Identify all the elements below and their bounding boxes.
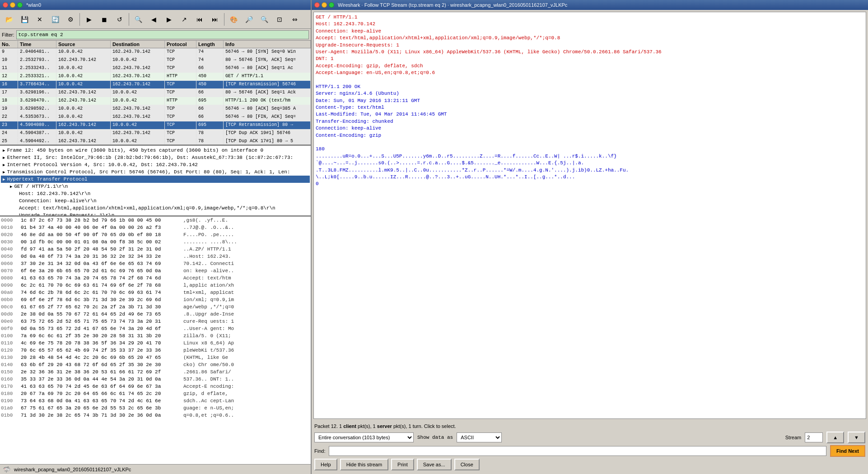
stream-label: Stream bbox=[785, 435, 801, 440]
packet-row[interactable]: 163.7766434..10.0.0.42162.243.70.142TCP4… bbox=[0, 81, 311, 89]
col-src: Source bbox=[56, 41, 111, 48]
hex-row: 00a0 74 6d 6c 2b 78 6d 6c 2c 61 70 70 6c… bbox=[1, 290, 310, 297]
reload-btn[interactable]: 🔄 bbox=[48, 12, 62, 27]
packet-rows-container: 92.0406481..10.0.0.42162.243.70.142TCP74… bbox=[0, 48, 311, 144]
goto-btn[interactable]: ↗ bbox=[177, 12, 191, 27]
close-window-btn[interactable] bbox=[3, 2, 8, 8]
hex-row: 0140 63 6b 6f 29 20 43 68 72 6f 6d 65 2f… bbox=[1, 362, 310, 369]
maximize-window-btn[interactable] bbox=[17, 2, 23, 8]
packet-list[interactable]: No. Time Source Destination Protocol Len… bbox=[0, 41, 311, 144]
packet-row[interactable]: 173.6298196..162.243.70.14210.0.0.42TCP6… bbox=[0, 89, 311, 97]
hex-row: 0110 4c 69 6e 75 78 20 78 38 36 5f 36 34… bbox=[1, 340, 310, 348]
hex-row: 0040 fd 97 41 aa 5a 50 2f 20 48 54 50 2f… bbox=[1, 246, 310, 254]
packet-row[interactable]: 112.2533243..10.0.0.42162.243.70.142TCP6… bbox=[0, 65, 311, 73]
resize-cols-btn[interactable]: ⇔ bbox=[288, 12, 302, 27]
hex-row: 0120 70 6c 65 57 65 62 4b 69 74 2f 35 33… bbox=[1, 348, 310, 355]
find-next-btn[interactable]: Find Next bbox=[830, 445, 865, 457]
stream-num-input[interactable] bbox=[805, 432, 823, 442]
filter-bar: Filter: bbox=[0, 29, 311, 41]
stream-up-btn[interactable]: ▲ bbox=[826, 432, 844, 443]
stream-line: Content-Encoding: gzip bbox=[316, 132, 864, 139]
hex-row: 00f0 0d 0a 55 73 65 72 2d 41 67 65 6e 74… bbox=[1, 326, 310, 333]
detail-row[interactable]: ▶Ethernet II, Src: IntelCor_79:66:1b (28… bbox=[1, 154, 310, 161]
stop-capture-btn[interactable]: ◼ bbox=[97, 12, 112, 27]
stream-line: Server: nginx/1.4.6 (Ubuntu) bbox=[316, 90, 864, 97]
hex-row: 0070 6f 6e 3a 20 6b 65 65 70 2d 61 6c 69… bbox=[1, 268, 310, 275]
detail-row[interactable]: Host: 162.243.70.142\r\n bbox=[1, 190, 310, 197]
normal-size-btn[interactable]: ⊡ bbox=[272, 12, 287, 27]
packet-row[interactable]: 224.5353673..10.0.0.42162.243.70.142TCP6… bbox=[0, 113, 311, 121]
search-btn[interactable]: 🔍 bbox=[131, 12, 145, 27]
hide-stream-btn[interactable]: Hide this stream bbox=[340, 459, 388, 470]
show-data-select[interactable]: ASCII bbox=[457, 432, 502, 442]
right-minimize-btn[interactable] bbox=[322, 2, 327, 8]
sep2 bbox=[129, 13, 129, 26]
packet-row[interactable]: 193.6298592..10.0.0.42162.243.70.142TCP6… bbox=[0, 105, 311, 113]
detail-row[interactable]: ▶Frame 12: 450 bytes on wire (3600 bits)… bbox=[1, 147, 310, 154]
server-label: server bbox=[377, 423, 392, 429]
hex-dump: 0000 1c 87 2c 67 73 38 28 b2 bd 79 66 1b… bbox=[0, 217, 311, 464]
expand-icon: ▶ bbox=[10, 184, 12, 189]
sep1 bbox=[79, 13, 80, 26]
controls-row1: Entire conversation (1013 bytes) Show da… bbox=[314, 432, 865, 443]
packet-row[interactable]: 234.5904080..162.243.70.14210.0.0.42TCP6… bbox=[0, 121, 311, 130]
detail-row[interactable]: ▶Hypertext Transfer Protocol bbox=[1, 176, 310, 183]
right-maximize-btn[interactable] bbox=[329, 2, 334, 8]
packet-row[interactable]: 122.2533321..10.0.0.42162.243.70.142HTTP… bbox=[0, 73, 311, 81]
stream-line: HTTP/1.1 200 OK bbox=[316, 84, 864, 90]
right-close-btn[interactable] bbox=[314, 2, 320, 8]
zoom-in-btn[interactable]: 🔎 bbox=[242, 12, 256, 27]
stream-line: GET / HTTP/1.1 bbox=[316, 14, 864, 21]
left-title: *wlan0 bbox=[26, 2, 41, 8]
hex-row: 0090 6c 2c 61 70 70 6c 69 63 61 74 69 6f… bbox=[1, 283, 310, 290]
last-btn[interactable]: ⏭ bbox=[208, 12, 222, 27]
packet-row[interactable]: 92.0406481..10.0.0.42162.243.70.142TCP74… bbox=[0, 48, 311, 56]
filter-input[interactable] bbox=[16, 30, 309, 39]
detail-row[interactable]: Connection: keep-alive\r\n bbox=[1, 197, 310, 204]
save-as-btn[interactable]: Save as... bbox=[417, 459, 452, 470]
minimize-window-btn[interactable] bbox=[10, 2, 15, 8]
hex-row: 0190 73 64 63 68 0d 0a 41 63 63 65 70 74… bbox=[1, 398, 310, 405]
stream-line: Accept-Encoding: gzip, deflate, sdch bbox=[316, 63, 864, 70]
zoom-out-btn[interactable]: 🔍 bbox=[257, 12, 271, 27]
main-toolbar: 📂 💾 ✕ 🔄 ⚙ ▶ ◼ ↺ 🔍 ◀ ▶ ↗ ⏮ ⏭ 🎨 🔎 🔍 ⊡ ⇔ bbox=[0, 10, 311, 29]
colorize-btn[interactable]: 🎨 bbox=[226, 12, 241, 27]
prev-btn[interactable]: ◀ bbox=[146, 12, 161, 27]
bottom-controls: Packet 12. 1 client pkt(s), 1 server pkt… bbox=[312, 421, 868, 474]
col-info: Info bbox=[224, 41, 311, 48]
detail-row[interactable]: ▶Transmission Control Protocol, Src Port… bbox=[1, 168, 310, 176]
detail-row[interactable]: ▶GET / HTTP/1.1\r\n bbox=[1, 183, 310, 190]
close-btn[interactable]: ✕ bbox=[33, 12, 47, 27]
hex-row: 0050 0d 0a 48 6f 73 74 3a 20 31 36 32 2e… bbox=[1, 254, 310, 261]
col-proto: Protocol bbox=[165, 41, 196, 48]
col-len: Length bbox=[196, 41, 224, 48]
open-file-btn[interactable]: 📂 bbox=[2, 12, 16, 27]
hex-row: 0030 00 1d fb 0c 00 00 01 01 08 0a 00 f8… bbox=[1, 239, 310, 246]
stream-line: User-Agent: Mozilla/5.0 (X11; Linux x86_… bbox=[316, 49, 864, 56]
options-btn[interactable]: ⚙ bbox=[63, 12, 78, 27]
hex-row: 0010 01 b4 37 4a 40 00 40 06 0e 4f 0a 00… bbox=[1, 225, 310, 232]
save-file-btn[interactable]: 💾 bbox=[17, 12, 32, 27]
controls-row2: Find: Find Next bbox=[314, 445, 865, 457]
first-btn[interactable]: ⏮ bbox=[192, 12, 207, 27]
conversation-select[interactable]: Entire conversation (1013 bytes) bbox=[314, 432, 414, 442]
help-btn[interactable]: Help bbox=[314, 459, 337, 470]
print-btn[interactable]: Print bbox=[391, 459, 414, 470]
start-capture-btn[interactable]: ▶ bbox=[82, 12, 96, 27]
restart-btn[interactable]: ↺ bbox=[112, 12, 127, 27]
right-title-bar: Wireshark · Follow TCP Stream (tcp.strea… bbox=[312, 0, 868, 10]
packet-row[interactable]: 183.6298470..162.243.70.14210.0.0.42HTTP… bbox=[0, 97, 311, 105]
packet-info-static2: pkt(s), 1 bbox=[356, 423, 377, 429]
close-dialog-btn[interactable]: Close bbox=[454, 459, 480, 470]
find-input[interactable] bbox=[329, 446, 826, 456]
stream-line: 0 bbox=[316, 181, 864, 187]
hex-row: 0060 37 30 2e 31 34 32 0d 0a 43 6f 6e 6e… bbox=[1, 261, 310, 268]
detail-row[interactable]: Upgrade-Insecure-Requests: 1\r\n bbox=[1, 212, 310, 217]
packet-row[interactable]: 244.5904387..10.0.0.42162.243.70.142TCP7… bbox=[0, 130, 311, 138]
stream-down-btn[interactable]: ▼ bbox=[848, 432, 865, 443]
detail-row[interactable]: ▶Internet Protocol Version 4, Src: 10.0.… bbox=[1, 161, 310, 168]
next-btn[interactable]: ▶ bbox=[162, 12, 176, 27]
packet-row[interactable]: 254.5904492..162.243.70.14210.0.0.42TCP7… bbox=[0, 138, 311, 144]
packet-row[interactable]: 102.2532793..162.243.70.14210.0.0.42TCP7… bbox=[0, 56, 311, 65]
detail-row[interactable]: Accept: text/html,application/xhtml+xml,… bbox=[1, 204, 310, 212]
